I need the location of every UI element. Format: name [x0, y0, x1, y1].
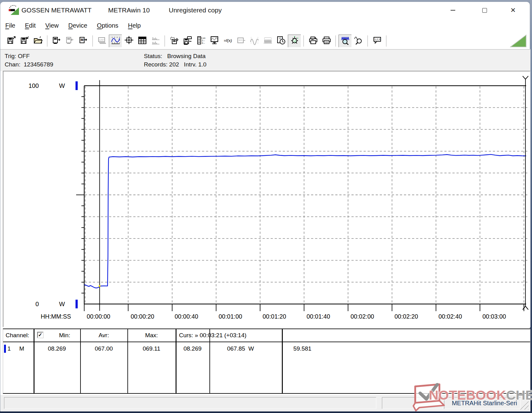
chan-value: 123456789	[24, 61, 53, 68]
channel-1-color-marker	[4, 345, 6, 353]
header-avr: Avr:	[80, 332, 127, 339]
crosshair-icon	[124, 36, 134, 46]
close-button[interactable]: ✕	[507, 5, 519, 15]
menu-item-file[interactable]: File	[5, 22, 15, 29]
table-header-divider	[3, 342, 530, 342]
clock-doc-icon: 12	[277, 36, 286, 46]
read-device-button[interactable]	[50, 34, 63, 48]
row-min-value: 08.269	[34, 345, 80, 352]
chan-label: Chan:	[5, 61, 21, 68]
cursor-2-bottom-handle[interactable]	[523, 304, 528, 310]
statusbar-device-panel: METRAHit Starline-Seri	[444, 397, 521, 409]
header-cursor: Curs: » 00:03:21 (+03:14)	[179, 332, 246, 339]
memory-out-icon: M	[79, 36, 88, 46]
toolbar-separator	[335, 35, 336, 47]
xy-view-button[interactable]	[122, 34, 135, 48]
formula-button[interactable]: =f(x)	[221, 34, 234, 48]
toolbar-separator	[164, 35, 165, 47]
zoom-curve-button[interactable]	[338, 34, 352, 48]
toolbar-separator	[386, 35, 387, 47]
measurement-table: Channel:✓Min:Avr:Max:Curs: » 00:03:21 (+…	[3, 329, 530, 394]
zoom-plain-icon	[354, 36, 363, 46]
device-in-icon	[66, 36, 75, 46]
x-tick-label: 00:03:00	[483, 313, 506, 320]
folder-icon	[34, 36, 43, 46]
store-to-file-button[interactable]	[181, 34, 194, 48]
statusbar-message-panel	[4, 397, 376, 409]
export-transfer-button[interactable]	[167, 34, 181, 48]
menu-item-edit[interactable]: Edit	[25, 22, 35, 29]
menu-item-options[interactable]: Options	[97, 22, 118, 29]
maximize-button[interactable]	[479, 5, 490, 15]
device-out-icon	[52, 36, 62, 46]
x-tick-label: 00:01:00	[219, 313, 242, 320]
status-records-info: Status: Browsing DataRecords: 202 Intrv.…	[144, 52, 206, 69]
display-digits-icon: 1257	[98, 36, 107, 46]
license-status: Unregistered copy	[169, 7, 222, 14]
toolbar: M12571:on2:--3:--=f(x)321121,2,3	[0, 33, 530, 49]
printer-page-icon	[309, 36, 318, 46]
curve-icon	[111, 36, 120, 46]
chart-panel: 00:00:0000:00:2000:00:4000:01:0000:01:20…	[3, 71, 530, 327]
open-file-button[interactable]	[31, 34, 45, 48]
channel-marker-top	[76, 81, 78, 90]
row-channel-number: 1	[7, 345, 11, 352]
row-channel-mode: M	[19, 345, 24, 352]
row-delta-value: 59.581	[293, 345, 311, 352]
y-min-label: 0	[35, 301, 39, 307]
x-tick-label: 00:02:40	[438, 313, 462, 320]
menu-item-view[interactable]: View	[45, 22, 59, 29]
trig-label: Trig:	[5, 53, 16, 59]
svg-text:M: M	[80, 38, 83, 42]
print-preview-button[interactable]	[306, 34, 320, 48]
time-settings-button[interactable]: 12	[274, 34, 288, 48]
x-tick-label: 00:02:20	[395, 313, 418, 320]
row-avr-value: 067.00	[80, 345, 127, 352]
zoom-wave-icon	[341, 36, 350, 46]
minimize-button[interactable]	[447, 5, 458, 15]
cursor-2-top-handle[interactable]	[523, 76, 528, 82]
acquisition-info-strip: Trig: OFFChan: 123456789 Status: Browsin…	[0, 49, 530, 71]
interval-value: 1.0	[198, 61, 206, 68]
save-as-button[interactable]	[18, 34, 31, 48]
channel-marker-bottom	[76, 300, 78, 308]
read-memory-button[interactable]: M	[77, 34, 90, 48]
menu-item-help[interactable]: Help	[128, 22, 141, 29]
x-tick-label: 00:00:00	[87, 313, 110, 320]
header-max: Max:	[127, 332, 176, 339]
status-label: Status:	[144, 53, 162, 59]
cursor-1-intersection-marker	[99, 285, 100, 287]
table-column-divider	[34, 329, 34, 393]
channel-visible-checkbox[interactable]: ✓	[37, 332, 43, 338]
header-min: Min:	[49, 332, 80, 339]
bars-icon	[151, 36, 160, 46]
meter-digits-icon: 321	[236, 36, 246, 46]
menu-item-device[interactable]: Device	[68, 22, 87, 29]
note-icon: 1,2,3	[373, 36, 382, 46]
connection-indicator-triangle	[510, 34, 527, 48]
trend-chart[interactable]: 00:00:0000:00:2000:00:4000:01:0000:01:20…	[3, 71, 530, 327]
x-axis-format-label: HH:MM:SS	[41, 313, 71, 320]
save-file-button[interactable]	[5, 34, 18, 48]
y-unit-top: W	[59, 82, 65, 89]
channel-setup-button[interactable]: 1:on2:--3:--	[194, 34, 208, 48]
row-cursor1-value: 08.269	[176, 345, 209, 352]
statusbar-aux-panel	[382, 397, 443, 409]
logger-trap-button[interactable]	[288, 34, 301, 48]
printer-icon	[322, 36, 331, 46]
app-icon	[8, 5, 20, 16]
curve-chart-button[interactable]	[109, 34, 122, 48]
annotation-button[interactable]: 1,2,3	[370, 34, 384, 48]
zoom-out-button[interactable]	[352, 34, 365, 48]
status-value: Browsing Data	[167, 53, 206, 59]
monitor-button[interactable]	[208, 34, 221, 48]
table-column-divider	[282, 329, 283, 393]
table-column-divider	[176, 329, 177, 393]
resize-grip[interactable]	[519, 400, 529, 410]
print-button[interactable]	[320, 34, 333, 48]
transfer-icon	[170, 36, 179, 46]
header-channel: Channel:	[6, 332, 29, 339]
table-view-button[interactable]	[135, 34, 149, 48]
x-tick-label: 00:00:20	[131, 313, 154, 320]
spider-icon	[290, 36, 299, 46]
